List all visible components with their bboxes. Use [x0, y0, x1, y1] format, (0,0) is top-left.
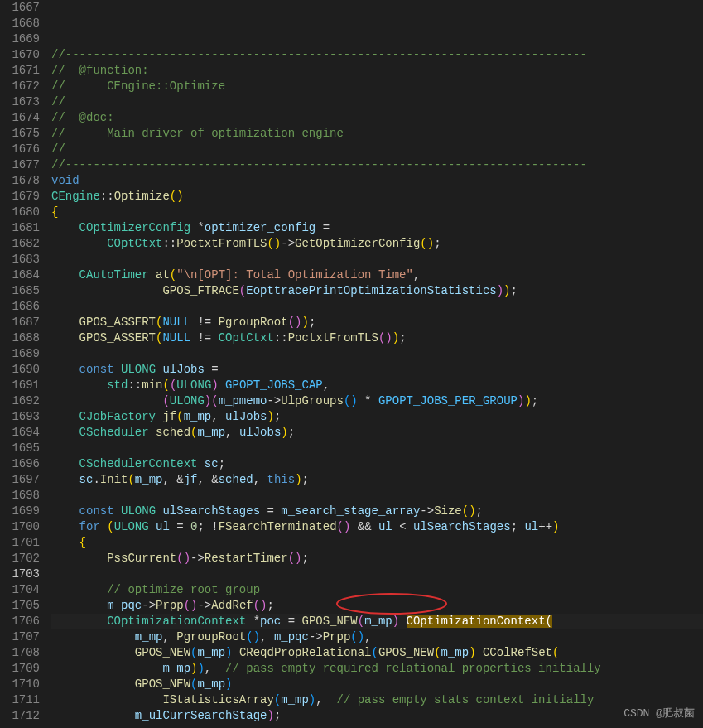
line-number: 1708: [8, 645, 40, 661]
line-number: 1701: [8, 535, 40, 551]
code-line[interactable]: [51, 724, 703, 728]
line-number: 1693: [8, 409, 40, 425]
code-line[interactable]: COptimizerConfig *optimizer_config =: [51, 220, 703, 236]
code-line[interactable]: CEngine::Optimize(): [51, 189, 703, 205]
line-number: 1690: [8, 362, 40, 378]
code-line[interactable]: const ULONG ulSearchStages = m_search_st…: [51, 504, 703, 519]
code-line[interactable]: m_mp, PgroupRoot(), m_pqc->Prpp(),: [51, 629, 703, 645]
line-number: 1702: [8, 551, 40, 566]
code-line[interactable]: COptCtxt::PoctxtFromTLS()->GetOptimizerC…: [51, 236, 703, 252]
code-line[interactable]: GPOS_ASSERT(NULL != PgroupRoot());: [51, 315, 703, 330]
code-line[interactable]: {: [51, 535, 703, 551]
code-line[interactable]: //--------------------------------------…: [51, 47, 703, 63]
line-number: 1689: [8, 346, 40, 362]
line-number: 1692: [8, 393, 40, 409]
line-number: 1682: [8, 236, 40, 252]
line-number: 1673: [8, 94, 40, 110]
code-line[interactable]: [51, 346, 703, 362]
line-number: 1679: [8, 189, 40, 205]
line-number: 1681: [8, 220, 40, 236]
line-number: 1712: [8, 708, 40, 724]
line-number: 1709: [8, 661, 40, 677]
code-line[interactable]: [51, 566, 703, 582]
line-number: 1670: [8, 47, 40, 63]
code-area[interactable]: //--------------------------------------…: [51, 0, 703, 728]
line-number: 1691: [8, 378, 40, 393]
line-number: 1703: [8, 566, 40, 582]
code-line[interactable]: [51, 441, 703, 456]
code-line[interactable]: [51, 488, 703, 504]
line-number: 1683: [8, 252, 40, 268]
code-line[interactable]: (ULONG)(m_pmemo->UlpGroups() * GPOPT_JOB…: [51, 393, 703, 409]
line-number: 1711: [8, 692, 40, 708]
code-line[interactable]: // @function:: [51, 63, 703, 79]
code-line[interactable]: const ULONG ulJobs =: [51, 362, 703, 378]
line-number: 1697: [8, 472, 40, 488]
code-line[interactable]: sc.Init(m_mp, &jf, &sched, this);: [51, 472, 703, 488]
code-line[interactable]: [51, 252, 703, 268]
code-line[interactable]: CScheduler sched(m_mp, ulJobs);: [51, 425, 703, 441]
code-line[interactable]: GPOS_ASSERT(NULL != COptCtxt::PoctxtFrom…: [51, 330, 703, 346]
line-number-gutter: 1667166816691670167116721673167416751676…: [0, 0, 51, 728]
line-number: 1686: [8, 299, 40, 315]
line-number: 1669: [8, 31, 40, 47]
line-number: 1672: [8, 79, 40, 94]
code-line[interactable]: // Main driver of optimization engine: [51, 126, 703, 142]
line-number: 1710: [8, 677, 40, 692]
line-number: 1677: [8, 157, 40, 173]
code-line[interactable]: CSchedulerContext sc;: [51, 456, 703, 472]
code-line[interactable]: CJobFactory jf(m_mp, ulJobs);: [51, 409, 703, 425]
line-number: 1706: [8, 614, 40, 629]
line-number: 1696: [8, 456, 40, 472]
code-line[interactable]: void: [51, 173, 703, 189]
code-line[interactable]: // CEngine::Optimize: [51, 79, 703, 94]
code-line[interactable]: m_ulCurrSearchStage);: [51, 708, 703, 724]
line-number: 1700: [8, 519, 40, 535]
code-line[interactable]: GPOS_FTRACE(EopttracePrintOptimizationSt…: [51, 283, 703, 299]
code-line[interactable]: //--------------------------------------…: [51, 157, 703, 173]
line-number: 1695: [8, 441, 40, 456]
code-line[interactable]: IStatisticsArray(m_mp), // pass empty st…: [51, 692, 703, 708]
code-line[interactable]: std::min((ULONG) GPOPT_JOBS_CAP,: [51, 378, 703, 393]
line-number: 1678: [8, 173, 40, 189]
line-number: 1674: [8, 110, 40, 126]
line-number: 1680: [8, 205, 40, 220]
code-line[interactable]: // optimize root group: [51, 582, 703, 598]
line-number: 1667: [8, 0, 40, 16]
code-line[interactable]: {: [51, 205, 703, 220]
code-line[interactable]: m_mp)), // pass empty required relationa…: [51, 661, 703, 677]
line-number: 1668: [8, 16, 40, 31]
line-number: 1675: [8, 126, 40, 142]
line-number: 1698: [8, 488, 40, 504]
line-number: 1707: [8, 629, 40, 645]
line-number: 1671: [8, 63, 40, 79]
code-line[interactable]: CAutoTimer at("\n[OPT]: Total Optimizati…: [51, 268, 703, 283]
line-number: 1685: [8, 283, 40, 299]
code-line[interactable]: GPOS_NEW(m_mp): [51, 677, 703, 692]
code-line[interactable]: //: [51, 94, 703, 110]
line-number: 1694: [8, 425, 40, 441]
code-line[interactable]: // @doc:: [51, 110, 703, 126]
code-editor[interactable]: 1667166816691670167116721673167416751676…: [0, 0, 703, 728]
line-number: 1688: [8, 330, 40, 346]
line-number: 1684: [8, 268, 40, 283]
line-number: 1704: [8, 582, 40, 598]
code-line[interactable]: [51, 299, 703, 315]
line-number: 1705: [8, 598, 40, 614]
line-number: 1687: [8, 315, 40, 330]
line-number: 1699: [8, 504, 40, 519]
code-line[interactable]: COptimizationContext *poc = GPOS_NEW(m_m…: [51, 614, 703, 629]
code-line[interactable]: //: [51, 142, 703, 157]
line-number: 1676: [8, 142, 40, 157]
code-line[interactable]: GPOS_NEW(m_mp) CReqdPropRelational(GPOS_…: [51, 645, 703, 661]
code-line[interactable]: PssCurrent()->RestartTimer();: [51, 551, 703, 566]
code-line[interactable]: for (ULONG ul = 0; !FSearchTerminated() …: [51, 519, 703, 535]
code-line[interactable]: m_pqc->Prpp()->AddRef();: [51, 598, 703, 614]
watermark: CSDN @肥叔菌: [624, 706, 695, 721]
